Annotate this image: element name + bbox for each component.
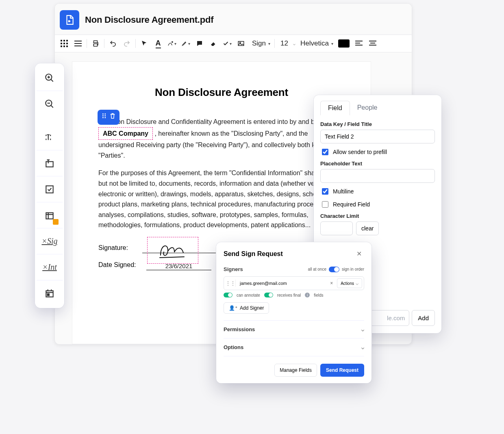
tab-people[interactable]: People — [350, 101, 385, 115]
options-section[interactable]: Options⌵ — [224, 339, 364, 356]
sign-dropdown[interactable]: Sign▾ — [248, 39, 273, 48]
allow-prefill-checkbox[interactable]: Allow sender to prefill — [320, 148, 435, 156]
signature-field-button[interactable]: ×Sig — [37, 228, 63, 254]
multiline-checkbox[interactable]: Multiline — [320, 187, 435, 196]
list-view-button[interactable] — [71, 37, 85, 50]
highlight-tool-button[interactable]: ▾ — [179, 37, 193, 50]
svg-rect-30 — [46, 161, 53, 167]
align-center-button[interactable] — [366, 37, 380, 50]
sign-order-toggle[interactable]: all at once sign in order — [308, 267, 364, 272]
toolbar-separator — [104, 39, 104, 48]
placeholder-input[interactable] — [320, 169, 435, 183]
svg-rect-17 — [355, 43, 360, 43]
svg-point-13 — [172, 41, 173, 43]
signers-label: Signers — [224, 266, 243, 272]
char-limit-label: Character Limit — [320, 213, 435, 219]
checkmark-tool-button[interactable]: ▾ — [220, 37, 234, 50]
draw-tool-button[interactable]: ▾ — [165, 37, 179, 50]
document-heading: Non Disclosure Agreement — [98, 86, 345, 99]
svg-rect-20 — [370, 43, 375, 43]
svg-point-23 — [102, 115, 104, 116]
font-size-dropdown[interactable]: 12⌵ — [276, 39, 296, 48]
svg-rect-3 — [61, 43, 62, 44]
text-color-swatch[interactable] — [338, 39, 350, 48]
checkbox-field-button[interactable] — [37, 176, 63, 202]
toggle-icon[interactable] — [329, 267, 339, 272]
send-request-button[interactable]: Send Request — [320, 364, 364, 377]
text-field-button[interactable] — [37, 124, 63, 150]
add-signer-button[interactable]: 👤⁺Add Signer — [224, 302, 269, 314]
svg-rect-31 — [46, 186, 53, 193]
manage-fields-button[interactable]: Manage Fields — [274, 364, 317, 377]
signer-actions-dropdown[interactable]: Actions⌵ — [337, 278, 362, 288]
svg-point-27 — [104, 117, 106, 118]
tool-rail: ×Sig ×Int — [35, 63, 64, 308]
text-area-button[interactable] — [37, 150, 63, 176]
add-button[interactable]: Add — [412, 310, 435, 326]
remove-signer-button[interactable]: × — [328, 280, 335, 286]
toolbar: A ▾ ▾ ▾ Sign▾ 12⌵ Helvetica▾ — [55, 35, 412, 52]
field-toolbar[interactable] — [98, 110, 119, 125]
select-tool-button[interactable] — [137, 37, 151, 50]
svg-rect-8 — [66, 46, 68, 47]
close-button[interactable]: ✕ — [354, 250, 364, 258]
comment-tool-button[interactable] — [193, 37, 206, 50]
initials-field-button[interactable]: ×Int — [37, 254, 63, 280]
svg-rect-34 — [48, 294, 49, 295]
document-title: Non Disclosure Agreement.pdf — [85, 15, 213, 25]
text-tool-button[interactable]: A — [151, 37, 165, 50]
grid-view-button[interactable] — [57, 37, 71, 50]
font-family-dropdown[interactable]: Helvetica▾ — [296, 39, 336, 48]
signature-field[interactable] — [147, 237, 198, 264]
svg-rect-1 — [63, 40, 65, 41]
receives-final-toggle[interactable] — [264, 293, 273, 297]
svg-point-25 — [104, 113, 106, 115]
image-tool-button[interactable] — [234, 37, 248, 50]
add-user-icon: 👤⁺ — [229, 305, 237, 311]
toolbar-separator — [274, 39, 275, 48]
clear-button[interactable]: clear — [356, 221, 379, 235]
svg-point-26 — [104, 115, 106, 116]
eraser-tool-button[interactable] — [206, 37, 220, 50]
chevron-down-icon: ⌵ — [361, 327, 364, 332]
svg-rect-10 — [74, 43, 82, 44]
drag-handle-icon[interactable] — [101, 112, 108, 123]
align-left-button[interactable] — [352, 37, 366, 50]
data-key-label: Data Key / Field Title — [320, 121, 435, 127]
svg-rect-12 — [94, 44, 98, 46]
data-key-input[interactable] — [320, 130, 435, 143]
company-field[interactable]: ABC Company — [98, 127, 153, 140]
signer-row: ⋮⋮ james.green@mail.com × Actions⌵ — [224, 276, 364, 290]
required-checkbox[interactable]: Required Field — [320, 200, 435, 209]
app-logo — [60, 10, 79, 30]
placeholder-label: Placeholder Text — [320, 161, 435, 167]
signature-label: Signature: — [98, 243, 139, 253]
svg-rect-4 — [63, 43, 65, 44]
permissions-section[interactable]: Permissions⌵ — [224, 320, 364, 339]
zoom-out-button[interactable] — [37, 91, 63, 117]
zoom-in-button[interactable] — [37, 65, 63, 91]
svg-rect-6 — [61, 46, 62, 47]
signer-flags: can annotate receives final ifields — [224, 293, 364, 297]
svg-rect-9 — [74, 41, 82, 41]
undo-button[interactable] — [106, 37, 120, 50]
info-icon: i — [305, 293, 310, 297]
signer-email[interactable]: james.green@mail.com — [237, 279, 326, 287]
drag-handle-icon[interactable]: ⋮⋮ — [226, 280, 234, 286]
modal-title: Send Sign Request — [224, 250, 283, 258]
redo-button[interactable] — [120, 37, 134, 50]
lock-icon — [53, 219, 59, 225]
tab-field[interactable]: Field — [320, 101, 350, 115]
toolbar-separator — [135, 39, 136, 48]
svg-rect-11 — [74, 46, 82, 46]
titlebar: Non Disclosure Agreement.pdf — [55, 4, 412, 35]
readonly-field-button[interactable] — [37, 202, 63, 228]
properties-tabs: Field People — [320, 101, 435, 115]
svg-rect-18 — [355, 45, 363, 46]
chevron-down-icon: ⌵ — [361, 345, 364, 350]
date-field-button[interactable] — [37, 280, 63, 306]
delete-icon[interactable] — [109, 112, 116, 123]
print-button[interactable] — [89, 37, 102, 50]
char-limit-input[interactable] — [320, 221, 353, 235]
can-annotate-toggle[interactable] — [224, 293, 232, 297]
